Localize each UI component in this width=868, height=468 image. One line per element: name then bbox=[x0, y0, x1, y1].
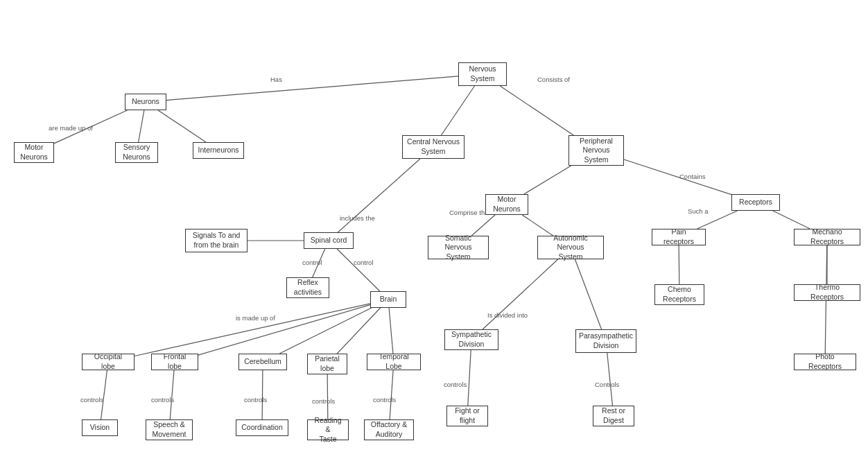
node-coordination[interactable]: Coordination bbox=[236, 419, 288, 436]
node-pns[interactable]: Peripheral Nervous System bbox=[568, 135, 624, 166]
svg-text:Consists of: Consists of bbox=[537, 76, 570, 83]
svg-line-38 bbox=[279, 308, 372, 354]
svg-line-45 bbox=[262, 370, 263, 419]
svg-text:Has: Has bbox=[270, 76, 282, 83]
svg-text:controls: controls bbox=[312, 397, 336, 405]
svg-text:includes the: includes the bbox=[340, 214, 375, 222]
svg-text:Controls: Controls bbox=[595, 381, 620, 388]
node-sympathetic[interactable]: Sympathetic Division bbox=[444, 329, 498, 350]
node-cerebellum[interactable]: Cerebellum bbox=[238, 354, 287, 370]
node-autonomic[interactable]: Autonomic Nervous System bbox=[537, 236, 604, 259]
node-cns[interactable]: Central Nervous System bbox=[402, 135, 465, 159]
svg-line-28 bbox=[483, 259, 558, 329]
svg-line-31 bbox=[468, 350, 471, 406]
node-vision[interactable]: Vision bbox=[82, 419, 118, 436]
svg-line-39 bbox=[337, 308, 380, 354]
node-interneurons[interactable]: Interneurons bbox=[193, 142, 244, 159]
node-olfactory[interactable]: Offactory & Auditory bbox=[364, 419, 414, 440]
svg-text:Contains: Contains bbox=[679, 173, 706, 180]
svg-line-3 bbox=[500, 86, 573, 135]
svg-text:controls: controls bbox=[444, 381, 467, 388]
node-receptors[interactable]: Receptors bbox=[731, 194, 780, 211]
node-temporal[interactable]: Temporal Lobe bbox=[367, 354, 421, 370]
svg-text:controls: controls bbox=[80, 396, 104, 404]
svg-text:Such a: Such a bbox=[688, 207, 709, 215]
svg-line-5 bbox=[54, 110, 128, 144]
node-parasympathetic[interactable]: Parasympathetic Division bbox=[575, 329, 636, 353]
svg-line-30 bbox=[575, 259, 601, 329]
svg-line-24 bbox=[773, 211, 810, 229]
svg-line-33 bbox=[607, 353, 613, 406]
svg-line-43 bbox=[170, 370, 174, 419]
svg-line-12 bbox=[338, 159, 420, 232]
svg-line-10 bbox=[624, 159, 731, 195]
svg-text:Is divided into: Is divided into bbox=[487, 311, 528, 319]
node-fight_flight[interactable]: Fight or flight bbox=[446, 406, 488, 426]
svg-text:Comprise the: Comprise the bbox=[449, 209, 489, 216]
svg-line-19 bbox=[471, 215, 495, 236]
node-rest_digest[interactable]: Rest or Digest bbox=[593, 406, 634, 426]
svg-line-2 bbox=[441, 86, 474, 135]
concept-map-canvas: HasConsists ofare made up ofContainsincl… bbox=[0, 0, 868, 468]
svg-line-37 bbox=[198, 305, 370, 355]
svg-text:control: control bbox=[354, 259, 374, 266]
svg-text:controls: controls bbox=[244, 396, 268, 404]
node-thermo[interactable]: Thermo Receptors bbox=[794, 284, 860, 301]
node-motor_neurons_mid[interactable]: Motor Neurons bbox=[485, 194, 528, 215]
node-spinal_cord[interactable]: Spinal cord bbox=[304, 232, 354, 249]
svg-text:control: control bbox=[302, 259, 322, 266]
node-somatic[interactable]: Somatic Nervous System bbox=[428, 236, 489, 259]
svg-line-41 bbox=[101, 370, 107, 419]
svg-line-21 bbox=[522, 215, 553, 236]
node-photo[interactable]: Photo Receptors bbox=[794, 354, 856, 370]
svg-line-47 bbox=[327, 374, 328, 419]
svg-line-0 bbox=[166, 76, 458, 101]
node-neurons[interactable]: Neurons bbox=[125, 94, 166, 110]
svg-line-25 bbox=[679, 245, 679, 284]
svg-text:is made up of: is made up of bbox=[236, 314, 275, 322]
node-parietal[interactable]: Parietal lobe bbox=[307, 354, 347, 374]
node-chemo[interactable]: Chemo Receptors bbox=[654, 284, 704, 305]
svg-line-7 bbox=[139, 110, 144, 142]
svg-line-35 bbox=[134, 304, 370, 356]
node-nervous_system[interactable]: Nervous System bbox=[458, 62, 507, 86]
node-occipital[interactable]: Occipital lobe bbox=[82, 354, 134, 370]
svg-text:controls: controls bbox=[151, 396, 175, 404]
svg-line-49 bbox=[390, 370, 393, 419]
svg-text:are made up of: are made up of bbox=[49, 124, 93, 132]
node-frontal[interactable]: Frontal lobe bbox=[151, 354, 198, 370]
svg-line-8 bbox=[158, 110, 206, 142]
node-motor_neurons_top[interactable]: Motor Neurons bbox=[14, 142, 54, 163]
node-mechano[interactable]: Mechano Receptors bbox=[794, 229, 860, 245]
node-speech[interactable]: Speech & Movement bbox=[146, 419, 193, 440]
node-sensory_neurons[interactable]: Sensory Neurons bbox=[115, 142, 158, 163]
svg-text:controls: controls bbox=[373, 396, 397, 404]
node-brain[interactable]: Brain bbox=[370, 291, 406, 308]
node-reading[interactable]: Reading & Taste bbox=[307, 419, 349, 440]
svg-line-40 bbox=[389, 308, 393, 354]
node-pain_receptors[interactable]: Pain receptors bbox=[652, 229, 706, 245]
svg-line-15 bbox=[313, 249, 325, 277]
node-reflex[interactable]: Reflex activities bbox=[286, 277, 329, 298]
svg-line-22 bbox=[697, 211, 738, 229]
svg-line-9 bbox=[524, 166, 571, 194]
node-signals[interactable]: Signals To and from the brain bbox=[185, 229, 248, 252]
svg-line-17 bbox=[337, 249, 380, 291]
